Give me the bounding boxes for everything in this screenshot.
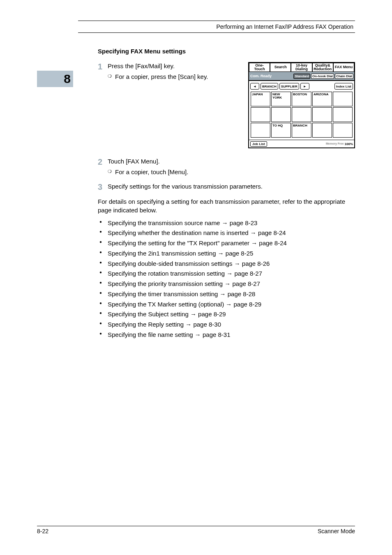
onetouch-cell[interactable] (292, 107, 311, 122)
step-subnote: ❍ For a copier, press the [Scan] key. (108, 73, 241, 81)
memory-indicator: Memory Free 100% (326, 142, 353, 146)
section-heading: Specifying FAX Menu settings (98, 48, 355, 55)
onetouch-cell[interactable] (333, 92, 353, 106)
prev-arrow-button[interactable]: ◄ (250, 83, 259, 90)
onetouch-cell[interactable] (333, 107, 353, 122)
step-text: Specify settings for the various transmi… (108, 182, 355, 191)
device-status-row: Com. Ready Standard On-hook Dial Chain D… (249, 72, 354, 80)
tab-search[interactable]: Search (270, 63, 291, 72)
onetouch-cell[interactable]: ARIZONA (312, 92, 332, 106)
memory-label: Memory Free (326, 143, 344, 145)
tab-quality-reduction[interactable]: Quality& Reduction (312, 63, 333, 72)
subnote-marker-icon: ❍ (108, 168, 115, 176)
list-item: Specifying whether the destination name … (98, 228, 355, 237)
list-item: Specifying double-sided transmission set… (98, 259, 355, 268)
next-arrow-button[interactable]: ► (300, 83, 309, 90)
reference-list: Specifying the transmission source name … (98, 219, 355, 339)
job-list-button[interactable]: Job List (250, 141, 267, 147)
index-list-button[interactable]: Index List (334, 83, 353, 90)
onetouch-cell[interactable]: BRANCH (292, 123, 311, 138)
status-onhook-dial[interactable]: On-hook Dial (311, 74, 334, 79)
status-standard[interactable]: Standard (293, 74, 310, 79)
onetouch-cell[interactable] (312, 107, 332, 122)
status-chain-dial[interactable]: Chain Dial (335, 74, 353, 79)
device-top-tabs: One-Touch Search 10-key Dialing Quality&… (249, 63, 354, 72)
onetouch-cell[interactable]: NEW YORK (271, 92, 291, 106)
list-item: Specifying the timer transmission settin… (98, 290, 355, 299)
onetouch-cell[interactable] (251, 123, 270, 138)
running-header-text: Performing an Internet Fax/IP Address FA… (216, 23, 353, 30)
onetouch-cell[interactable] (333, 123, 353, 138)
step-text: Touch [FAX Menu]. (108, 157, 355, 166)
one-touch-grid: JAPAN NEW YORK BOSTON ARIZONA (249, 90, 354, 140)
nav-supplier-button[interactable]: SUPPLIER (279, 83, 299, 90)
step-1: 1 Press the [Fax/Mail] key. ❍ For a copi… (98, 62, 241, 81)
onetouch-cell[interactable] (251, 107, 270, 122)
onetouch-cell[interactable] (271, 107, 291, 122)
onetouch-cell[interactable]: TO HQ (271, 123, 291, 138)
chapter-number: 8 (64, 72, 71, 86)
list-item: Specifying the Subject setting → page 8-… (98, 310, 355, 319)
step-number: 2 (98, 157, 108, 177)
footer-title: Scanner Mode (318, 528, 355, 534)
step-number: 1 (98, 62, 108, 81)
page-number: 8-22 (37, 528, 48, 534)
list-item: Specifying the TX Marker setting (option… (98, 300, 355, 309)
subnote-marker-icon: ❍ (108, 73, 115, 81)
step-3: 3 Specify settings for the various trans… (98, 182, 355, 191)
list-item: Specifying the 2in1 transmission setting… (98, 249, 355, 258)
list-item: Specifying the setting for the "TX Repor… (98, 239, 355, 248)
detail-paragraph: For details on specifying a setting for … (98, 197, 355, 214)
chapter-number-badge: 8 (37, 71, 73, 87)
running-header: Performing an Internet Fax/IP Address FA… (78, 21, 355, 33)
list-item: Specifying the transmission source name … (98, 219, 355, 228)
device-footer-row: Job List Memory Free 100% (249, 140, 354, 147)
memory-value: 100% (345, 142, 353, 146)
onetouch-cell[interactable]: BOSTON (292, 92, 311, 106)
arrow-left-icon: ◄ (253, 85, 256, 88)
device-screen: One-Touch Search 10-key Dialing Quality&… (248, 62, 355, 148)
step-text: Press the [Fax/Mail] key. (108, 62, 241, 70)
tab-one-touch[interactable]: One-Touch (249, 63, 270, 72)
step-number: 3 (98, 182, 108, 191)
subnote-text: For a copier, press the [Scan] key. (115, 73, 241, 81)
subnote-text: For a copier, touch [Menu]. (115, 168, 355, 176)
nav-branch-button[interactable]: BRANCH (261, 83, 278, 90)
list-item: Specifying the Reply setting → page 8-30 (98, 320, 355, 329)
list-item: Specifying the priority transmission set… (98, 279, 355, 288)
step-2: 2 Touch [FAX Menu]. ❍ For a copier, touc… (98, 157, 355, 177)
list-item: Specifying the rotation transmission set… (98, 269, 355, 278)
tab-10key-dialing[interactable]: 10-key Dialing (291, 63, 312, 72)
onetouch-cell[interactable]: JAPAN (251, 92, 270, 106)
onetouch-cell[interactable] (312, 123, 332, 138)
list-item: Specifying the file name setting → page … (98, 330, 355, 339)
device-nav-row: ◄ BRANCH SUPPLIER ► Index List (249, 80, 354, 90)
tab-fax-menu[interactable]: FAX Menu (333, 63, 354, 72)
page-footer: 8-22 Scanner Mode (37, 526, 355, 534)
status-text: Com. Ready (250, 74, 293, 78)
arrow-right-icon: ► (303, 85, 307, 88)
step-subnote: ❍ For a copier, touch [Menu]. (108, 168, 355, 176)
